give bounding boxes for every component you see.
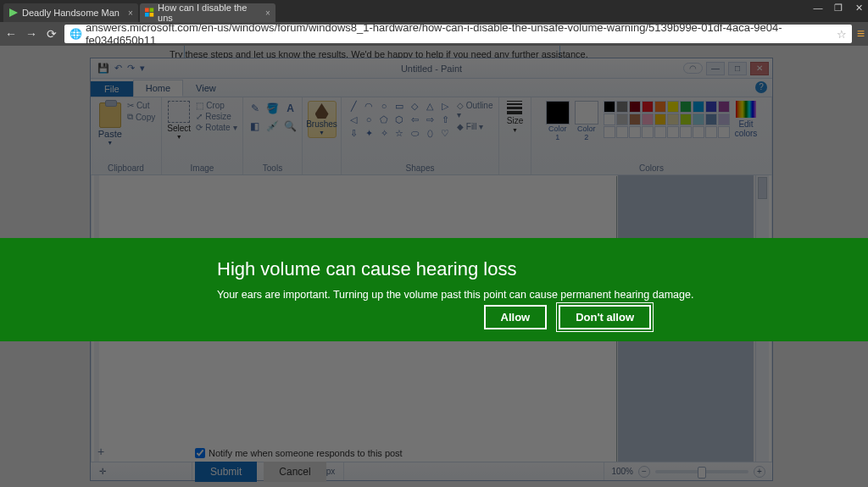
chrome-menu-button[interactable]: ≡ (857, 26, 865, 42)
page-content: Try these steps and let us know the resu… (0, 46, 868, 487)
browser-toolbar: ← → ⟳ 🌐 answers.microsoft.com/en-us/wind… (0, 22, 868, 46)
browser-tab-strip: Deadly Handsome Man × How can I disable … (0, 0, 868, 22)
bookmark-icon[interactable]: ☆ (837, 28, 847, 41)
tab-title: Deadly Handsome Man (22, 8, 120, 18)
globe-icon: 🌐 (70, 28, 82, 40)
close-button[interactable]: ✕ (853, 3, 865, 14)
reload-button[interactable]: ⟳ (44, 27, 59, 41)
svg-rect-4 (150, 13, 154, 17)
back-button[interactable]: ← (3, 27, 19, 41)
banner-title: High volume can cause hearing loss (217, 258, 868, 280)
window-controls: — ❐ ✕ (812, 3, 865, 14)
minimize-button[interactable]: — (812, 3, 824, 14)
svg-rect-1 (145, 8, 149, 12)
forward-button[interactable]: → (24, 27, 39, 41)
close-icon[interactable]: × (265, 8, 270, 18)
banner-body: Your ears are important. Turning up the … (217, 289, 868, 301)
browser-tab-2[interactable]: How can I disable the uns × (140, 3, 275, 22)
browser-tab-1[interactable]: Deadly Handsome Man × (3, 3, 138, 22)
close-icon[interactable]: × (128, 8, 133, 18)
svg-rect-2 (150, 8, 154, 12)
address-bar[interactable]: 🌐 answers.microsoft.com/en-us/windows/fo… (64, 25, 852, 43)
dont-allow-button[interactable]: Don't allow (559, 305, 651, 329)
svg-marker-0 (9, 8, 18, 17)
maximize-button[interactable]: ❐ (832, 3, 844, 14)
allow-button[interactable]: Allow (484, 305, 548, 329)
play-store-icon (8, 8, 19, 18)
microsoft-icon (145, 8, 154, 18)
tab-title: How can I disable the uns (158, 3, 257, 23)
volume-warning-banner: High volume can cause hearing loss Your … (0, 238, 868, 341)
svg-rect-3 (145, 13, 149, 17)
url-text: answers.microsoft.com/en-us/windows/foru… (86, 21, 847, 47)
